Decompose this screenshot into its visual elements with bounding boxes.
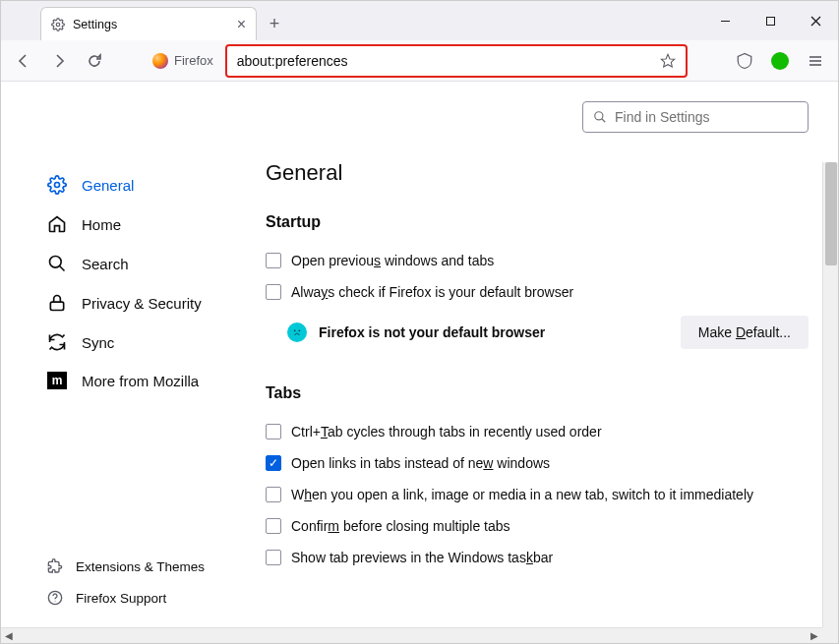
svg-point-0 — [56, 23, 60, 27]
content-area: General Home Search Privacy & Security S… — [1, 82, 838, 643]
checkbox-label: Confirm before closing multiple tabs — [291, 518, 510, 534]
checkbox-icon — [266, 518, 281, 534]
sidebar-item-general[interactable]: General — [1, 165, 252, 205]
checkbox-label: Ctrl+Tab cycles through tabs in recently… — [291, 424, 602, 439]
sidebar-item-sync[interactable]: Sync — [1, 322, 252, 362]
vertical-scrollbar[interactable] — [822, 162, 838, 627]
bookmark-star-icon[interactable] — [660, 53, 676, 69]
svg-marker-5 — [661, 54, 674, 67]
section-startup: Startup — [266, 213, 809, 231]
checkbox-ctrl-tab[interactable]: Ctrl+Tab cycles through tabs in recently… — [266, 416, 809, 447]
sidebar-extensions[interactable]: Extensions & Themes — [1, 551, 252, 582]
main-panel: Find in Settings General Startup Open pr… — [252, 82, 838, 643]
svg-rect-12 — [50, 302, 63, 310]
titlebar: Settings × + — [1, 1, 838, 40]
lock-icon — [46, 293, 68, 313]
sidebar-item-label: General — [82, 177, 134, 194]
svg-point-10 — [50, 257, 62, 268]
horizontal-scrollbar[interactable]: ◀ ▶ — [1, 627, 822, 643]
reload-button[interactable] — [78, 45, 111, 77]
svg-line-11 — [60, 266, 65, 271]
svg-line-16 — [602, 119, 606, 123]
make-default-button[interactable]: Make Default... — [681, 316, 809, 349]
sidebar-item-label: Privacy & Security — [82, 295, 202, 312]
sidebar-item-label: Search — [82, 256, 129, 272]
default-browser-row: Firefox is not your default browser Make… — [266, 308, 809, 357]
checkbox-switch-immediate[interactable]: When you open a link, image or media in … — [266, 479, 809, 510]
sidebar-item-label: More from Mozilla — [82, 373, 199, 389]
svg-point-9 — [55, 183, 60, 188]
search-icon — [593, 110, 607, 124]
sidebar-item-search[interactable]: Search — [1, 244, 252, 283]
search-placeholder: Find in Settings — [615, 109, 710, 125]
firefox-icon — [152, 53, 168, 69]
checkbox-open-links[interactable]: ✓ Open links in tabs instead of new wind… — [266, 447, 809, 479]
checkbox-icon — [266, 487, 281, 502]
pocket-icon[interactable] — [728, 45, 761, 77]
sidebar-support[interactable]: Firefox Support — [1, 582, 252, 614]
search-input[interactable]: Find in Settings — [582, 101, 809, 133]
default-browser-message: Firefox is not your default browser — [319, 324, 545, 340]
footer-label: Extensions & Themes — [76, 559, 205, 574]
checkbox-icon — [266, 253, 281, 268]
checkbox-icon — [266, 550, 281, 565]
sync-icon — [46, 332, 68, 352]
url-text: about:preferences — [237, 53, 348, 69]
sidebar-item-privacy[interactable]: Privacy & Security — [1, 283, 252, 322]
home-icon — [46, 214, 68, 234]
svg-point-18 — [298, 329, 300, 331]
checkbox-open-previous[interactable]: Open previous windows and tabs — [266, 245, 809, 276]
puzzle-icon — [46, 558, 64, 574]
checkbox-icon — [266, 424, 281, 439]
scrollbar-thumb[interactable] — [825, 162, 837, 265]
new-tab-button[interactable]: + — [261, 10, 288, 37]
browser-tab[interactable]: Settings × — [40, 7, 257, 40]
extension-icon[interactable] — [763, 45, 797, 77]
forward-button[interactable] — [42, 45, 76, 77]
checkbox-label: When you open a link, image or media in … — [291, 487, 753, 502]
checkbox-icon: ✓ — [266, 455, 281, 471]
checkbox-label: Always check if Firefox is your default … — [291, 284, 573, 300]
footer-label: Firefox Support — [76, 591, 166, 606]
checkbox-confirm-close[interactable]: Confirm before closing multiple tabs — [266, 510, 809, 542]
gear-icon — [46, 175, 68, 195]
checkbox-label: Show tab previews in the Windows taskbar — [291, 550, 553, 565]
svg-point-17 — [294, 329, 296, 331]
sidebar: General Home Search Privacy & Security S… — [1, 82, 252, 643]
tab-title: Settings — [73, 18, 117, 31]
close-tab-icon[interactable]: × — [237, 16, 246, 33]
close-window-button[interactable] — [793, 6, 838, 35]
checkbox-label: Open links in tabs instead of new window… — [291, 455, 550, 471]
help-icon — [46, 590, 64, 606]
window: Settings × + Firefox about:preferences — [0, 0, 839, 644]
svg-rect-2 — [766, 17, 774, 25]
minimize-button[interactable] — [702, 6, 748, 35]
checkbox-always-check[interactable]: Always check if Firefox is your default … — [266, 276, 809, 308]
section-tabs: Tabs — [266, 384, 809, 402]
sidebar-item-more[interactable]: m More from Mozilla — [1, 362, 252, 399]
scroll-corner — [822, 627, 838, 643]
nav-toolbar: Firefox about:preferences — [1, 40, 838, 82]
scroll-right-icon[interactable]: ▶ — [807, 630, 822, 641]
scroll-left-icon[interactable]: ◀ — [1, 630, 17, 641]
identity-box[interactable]: Firefox — [143, 45, 223, 77]
mozilla-icon: m — [46, 372, 68, 389]
window-controls — [702, 1, 838, 40]
maximize-button[interactable] — [748, 6, 793, 35]
sidebar-item-home[interactable]: Home — [1, 205, 252, 244]
page-title: General — [266, 160, 809, 186]
svg-point-15 — [595, 112, 603, 120]
sidebar-item-label: Sync — [82, 334, 114, 351]
sidebar-item-label: Home — [82, 216, 121, 233]
checkbox-taskbar-preview[interactable]: Show tab previews in the Windows taskbar — [266, 542, 809, 573]
checkbox-icon — [266, 284, 281, 300]
checkbox-label: Open previous windows and tabs — [291, 253, 494, 268]
app-menu-button[interactable] — [799, 45, 832, 77]
url-bar[interactable]: about:preferences — [225, 44, 688, 78]
sad-face-icon — [287, 322, 307, 342]
back-button[interactable] — [7, 45, 40, 77]
search-icon — [46, 254, 68, 273]
identity-label: Firefox — [174, 53, 213, 68]
gear-icon — [51, 18, 65, 31]
